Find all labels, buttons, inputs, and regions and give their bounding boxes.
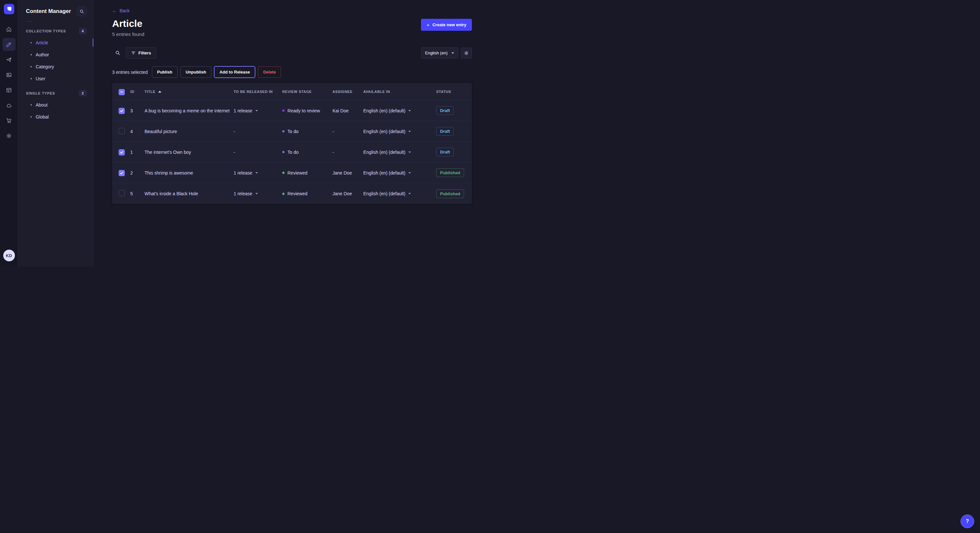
- bullet-icon: [30, 66, 32, 67]
- column-header-release: TO BE RELEASED IN: [234, 90, 282, 94]
- row-assignee: Kai Doe: [332, 108, 363, 113]
- row-checkbox[interactable]: [119, 190, 125, 196]
- search-button[interactable]: [112, 48, 123, 59]
- row-review-stage: Reviewed: [282, 170, 332, 176]
- main-navbar: KD: [0, 0, 18, 266]
- nav-icon-list: [3, 23, 16, 142]
- row-locale-dropdown[interactable]: English (en) (default): [363, 170, 436, 176]
- nav-content-manager-icon[interactable]: [3, 38, 16, 51]
- select-all-checkbox[interactable]: [119, 89, 125, 95]
- column-header-assignee: ASSIGNEE: [332, 90, 363, 94]
- nav-cloud-icon[interactable]: [3, 99, 16, 112]
- locale-select[interactable]: English (en): [421, 47, 458, 59]
- status-badge: Draft: [436, 127, 454, 136]
- strapi-logo-glyph: [8, 7, 11, 11]
- row-id: 2: [130, 170, 145, 176]
- column-header-title[interactable]: TITLE: [145, 90, 234, 94]
- row-locale-dropdown[interactable]: English (en) (default): [363, 150, 436, 155]
- sidebar-item-user[interactable]: User: [18, 73, 93, 84]
- filter-icon: [131, 51, 136, 56]
- table-row[interactable]: 1 The internet's Own boy - To do - Engli…: [112, 142, 472, 163]
- view-settings-button[interactable]: [461, 48, 472, 59]
- back-arrow-icon: ←: [112, 8, 117, 13]
- row-assignee: -: [332, 150, 363, 155]
- collection-types-section: COLLECTION TYPES 4 Article Author Catego…: [18, 25, 93, 84]
- nav-media-library-icon[interactable]: [3, 68, 16, 81]
- sidebar-item-article[interactable]: Article: [18, 36, 93, 49]
- row-assignee: -: [332, 129, 363, 134]
- gear-icon: [464, 51, 469, 56]
- row-id: 4: [130, 129, 145, 134]
- table-row[interactable]: 5 What's inside a Black Hole 1 release R…: [112, 183, 472, 204]
- divider: [26, 21, 33, 22]
- plus-icon: +: [426, 22, 430, 27]
- unpublish-button[interactable]: Unpublish: [180, 67, 212, 78]
- filters-button[interactable]: Filters: [126, 47, 156, 59]
- bullet-icon: [30, 78, 32, 79]
- create-entry-button[interactable]: + Create new entry: [421, 19, 472, 31]
- row-release-dropdown[interactable]: 1 release: [234, 170, 282, 176]
- sidebar-item-about[interactable]: About: [18, 99, 93, 111]
- table-header-row: ID TITLE TO BE RELEASED IN REVIEW STAGE …: [112, 83, 472, 100]
- nav-transfer-icon[interactable]: [3, 53, 16, 66]
- row-id: 1: [130, 150, 145, 155]
- table-row[interactable]: 3 A bug is becoming a meme on the intern…: [112, 100, 472, 121]
- sidebar-item-category[interactable]: Category: [18, 60, 93, 73]
- row-locale-dropdown[interactable]: English (en) (default): [363, 191, 436, 196]
- entries-table: ID TITLE TO BE RELEASED IN REVIEW STAGE …: [112, 83, 472, 204]
- single-types-section: SINGLE TYPES 2 About Global: [18, 88, 93, 123]
- row-assignee: Jane Doe: [332, 191, 363, 196]
- row-locale-dropdown[interactable]: English (en) (default): [363, 129, 436, 134]
- column-header-id: ID: [130, 90, 145, 94]
- chevron-down-icon: [408, 110, 411, 111]
- delete-button[interactable]: Delete: [258, 67, 281, 78]
- row-checkbox[interactable]: [119, 128, 125, 134]
- section-label-single-types: SINGLE TYPES: [26, 91, 55, 95]
- row-release-dropdown[interactable]: 1 release: [234, 108, 282, 113]
- status-badge: Draft: [436, 106, 454, 115]
- row-checkbox[interactable]: [119, 108, 125, 114]
- page-title: Article: [112, 18, 144, 29]
- sidebar-item-label: About: [36, 102, 48, 108]
- sidebar-search-button[interactable]: [77, 6, 86, 16]
- sidebar-item-global[interactable]: Global: [18, 111, 93, 123]
- entries-count: 5 entries found: [112, 32, 144, 37]
- check-icon: [120, 150, 124, 154]
- section-label-collection-types: COLLECTION TYPES: [26, 29, 66, 33]
- nav-settings-icon[interactable]: [3, 129, 16, 142]
- sidebar-item-label: Category: [36, 64, 54, 69]
- stage-dot-icon: [282, 130, 285, 132]
- row-review-stage: To do: [282, 150, 332, 155]
- bullet-icon: [30, 104, 32, 106]
- sidebar-item-author[interactable]: Author: [18, 49, 93, 60]
- status-badge: Draft: [436, 148, 454, 156]
- row-title: This shrimp is awesome: [145, 170, 234, 176]
- chevron-down-icon: [255, 193, 258, 194]
- sidebar-item-label: User: [36, 76, 45, 81]
- table-row[interactable]: 2 This shrimp is awesome 1 release Revie…: [112, 163, 472, 183]
- strapi-logo[interactable]: [4, 4, 14, 14]
- nav-home-icon[interactable]: [3, 23, 16, 36]
- column-header-review-stage: REVIEW STAGE: [282, 90, 332, 94]
- sidebar-title: Content Manager: [26, 8, 71, 14]
- back-link[interactable]: ← Back: [112, 8, 130, 13]
- column-header-status: STATUS: [436, 90, 472, 94]
- bulk-actions-bar: 3 entries selected Publish Unpublish Add…: [112, 67, 472, 78]
- single-types-count-badge: 2: [79, 90, 86, 96]
- toolbar: Filters English (en): [112, 47, 472, 59]
- chevron-down-icon: [255, 172, 258, 174]
- table-row[interactable]: 4 Beautiful picture - To do - English (e…: [112, 121, 472, 142]
- selected-count: 3 entries selected: [112, 70, 148, 75]
- stage-dot-icon: [282, 171, 285, 174]
- row-checkbox[interactable]: [119, 149, 125, 155]
- row-checkbox[interactable]: [119, 170, 125, 176]
- publish-button[interactable]: Publish: [152, 67, 178, 78]
- row-release-dropdown[interactable]: 1 release: [234, 191, 282, 196]
- nav-marketplace-icon[interactable]: [3, 114, 16, 127]
- sort-ascending-icon: [158, 90, 161, 93]
- nav-content-type-builder-icon[interactable]: [3, 84, 16, 97]
- bullet-icon: [30, 116, 32, 117]
- add-to-release-button[interactable]: Add to Release: [214, 67, 255, 78]
- user-avatar[interactable]: KD: [3, 250, 15, 261]
- row-locale-dropdown[interactable]: English (en) (default): [363, 108, 436, 113]
